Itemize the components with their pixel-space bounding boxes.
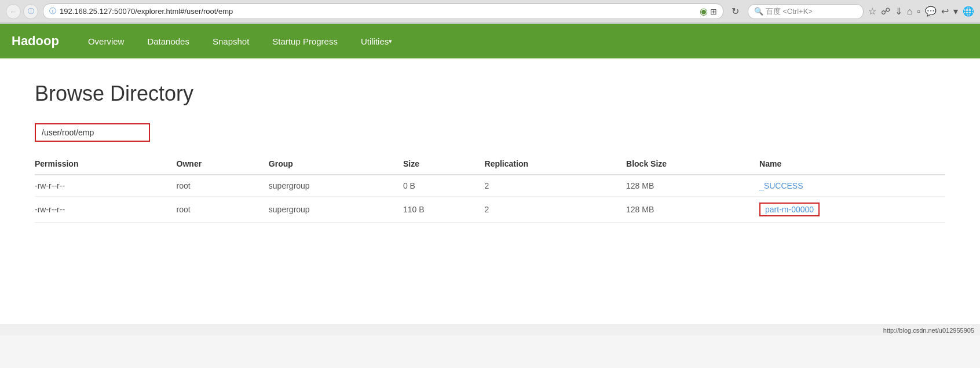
cell-name-1: part-m-00000 (759, 197, 945, 223)
address-bar[interactable]: ⓘ 192.168.25.127:50070/explorer.html#/us… (43, 3, 723, 19)
cell-permission-1: -rw-r--r-- (35, 197, 177, 223)
table-header-row: Permission Owner Group Size Replication … (35, 153, 945, 175)
page-title: Browse Directory (35, 82, 945, 106)
back-button[interactable]: ← (6, 4, 21, 19)
cell-permission-0: -rw-r--r-- (35, 175, 177, 197)
cell-owner-1: root (177, 197, 269, 223)
nav-item-startup-progress[interactable]: Startup Progress (261, 24, 349, 58)
col-replication: Replication (485, 153, 627, 175)
main-content: Browse Directory Permission Owner Group … (0, 58, 980, 325)
file-link-success[interactable]: _SUCCESS (759, 181, 803, 190)
info-button[interactable]: ⓘ (23, 4, 38, 19)
cell-size-1: 110 B (403, 197, 485, 223)
chat-icon[interactable]: 💬 (925, 6, 937, 17)
col-size: Size (403, 153, 485, 175)
col-name: Name (759, 153, 945, 175)
browser-toolbar: ← ⓘ ⓘ 192.168.25.127:50070/explorer.html… (0, 0, 980, 23)
nav-item-utilities[interactable]: Utilities (349, 24, 404, 58)
undo-icon[interactable]: ↩ (941, 6, 949, 17)
hadoop-brand[interactable]: Hadoop (12, 34, 59, 49)
table-row: -rw-r--r-- root supergroup 110 B 2 128 M… (35, 197, 945, 223)
cell-block-size-0: 128 MB (626, 175, 759, 197)
cell-group-1: supergroup (269, 197, 403, 223)
table-header: Permission Owner Group Size Replication … (35, 153, 945, 175)
bookmark-star-icon[interactable]: ☆ (868, 6, 876, 17)
col-block-size: Block Size (626, 153, 759, 175)
search-placeholder-text: 百度 <Ctrl+K> (766, 6, 813, 17)
nav-buttons: ← ⓘ (6, 4, 38, 19)
path-input-wrapper (35, 123, 945, 142)
nav-item-overview[interactable]: Overview (76, 24, 136, 58)
cell-replication-0: 2 (485, 175, 627, 197)
status-bar: http://blog.csdn.net/u012955905 (0, 325, 980, 336)
home-icon[interactable]: ⌂ (907, 6, 913, 17)
col-owner: Owner (177, 153, 269, 175)
cell-owner-0: root (177, 175, 269, 197)
cell-name-0: _SUCCESS (759, 175, 945, 197)
url-text: 192.168.25.127:50070/explorer.html#/user… (60, 7, 696, 16)
col-permission: Permission (35, 153, 177, 175)
nav-items: Overview Datanodes Snapshot Startup Prog… (76, 24, 404, 58)
nav-item-datanodes[interactable]: Datanodes (136, 24, 201, 58)
shield-icon: ◉ (700, 6, 708, 17)
search-bar[interactable]: 🔍 百度 <Ctrl+K> (748, 4, 864, 19)
shield-group: ◉ ⊞ (700, 6, 717, 17)
extension-icon[interactable]: ▫ (917, 6, 920, 17)
nav-item-snapshot[interactable]: Snapshot (201, 24, 261, 58)
reload-button[interactable]: ↻ (728, 4, 743, 19)
security-icon: ⓘ (49, 6, 56, 16)
table-row: -rw-r--r-- root supergroup 0 B 2 128 MB … (35, 175, 945, 197)
globe-icon[interactable]: 🌐 (963, 6, 974, 17)
qr-icon: ⊞ (710, 7, 717, 16)
cell-size-0: 0 B (403, 175, 485, 197)
directory-table: Permission Owner Group Size Replication … (35, 153, 945, 223)
more-icon[interactable]: ▾ (953, 6, 958, 17)
toolbar-actions: ☆ ☍ ⇓ ⌂ ▫ 💬 ↩ ▾ 🌐 (868, 6, 974, 17)
file-link-part[interactable]: part-m-00000 (759, 203, 820, 216)
cell-group-0: supergroup (269, 175, 403, 197)
search-icon: 🔍 (754, 7, 763, 16)
hadoop-navbar: Hadoop Overview Datanodes Snapshot Start… (0, 24, 980, 58)
cell-replication-1: 2 (485, 197, 627, 223)
status-bar-text: http://blog.csdn.net/u012955905 (883, 327, 974, 334)
download-icon[interactable]: ⇓ (895, 6, 902, 17)
table-body: -rw-r--r-- root supergroup 0 B 2 128 MB … (35, 175, 945, 223)
reading-mode-icon[interactable]: ☍ (881, 6, 890, 17)
cell-block-size-1: 128 MB (626, 197, 759, 223)
col-group: Group (269, 153, 403, 175)
browser-chrome: ← ⓘ ⓘ 192.168.25.127:50070/explorer.html… (0, 0, 980, 24)
path-input[interactable] (35, 123, 150, 142)
